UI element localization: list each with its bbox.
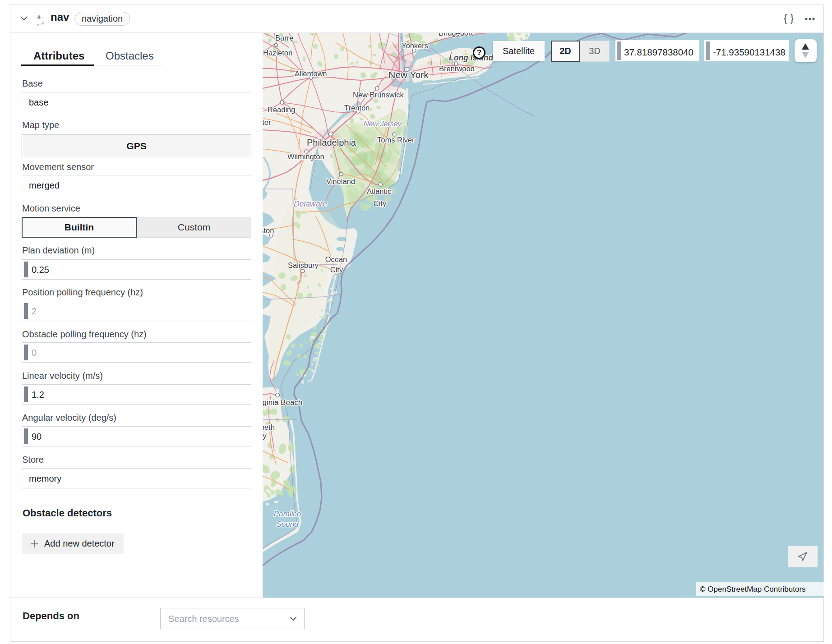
- svg-text:Long Island: Long Island: [449, 53, 494, 62]
- svg-text:Hazleton: Hazleton: [263, 49, 292, 57]
- svg-text:City: City: [374, 199, 387, 207]
- svg-text:Wilmington: Wilmington: [287, 152, 324, 161]
- svg-text:City: City: [330, 266, 343, 274]
- svg-text:Bridgeport: Bridgeport: [439, 33, 473, 37]
- svg-text:Toms River: Toms River: [377, 136, 415, 144]
- svg-text:Yonkers: Yonkers: [402, 41, 428, 50]
- svg-text:Atlantic: Atlantic: [367, 187, 391, 195]
- svg-text:Brentwood: Brentwood: [439, 64, 475, 73]
- svg-text:City: City: [263, 432, 267, 440]
- svg-text:Ocean: Ocean: [325, 255, 347, 263]
- svg-text:New York: New York: [388, 69, 429, 80]
- svg-text:Pamlico: Pamlico: [274, 510, 301, 518]
- svg-text:Allentown: Allentown: [295, 69, 327, 78]
- svg-text:Sound: Sound: [276, 520, 299, 529]
- svg-text:Delaware: Delaware: [294, 199, 327, 208]
- svg-text:Elizabeth: Elizabeth: [263, 423, 275, 431]
- svg-text:Barre: Barre: [275, 34, 293, 42]
- svg-text:Philadelphia: Philadelphia: [307, 138, 356, 147]
- svg-text:New Brunswick: New Brunswick: [353, 91, 404, 99]
- svg-text:Easton: Easton: [263, 226, 274, 235]
- svg-text:Virginia Beach: Virginia Beach: [263, 398, 302, 407]
- svg-text:New Jersey: New Jersey: [364, 120, 402, 128]
- svg-text:Vineland: Vineland: [326, 177, 355, 185]
- svg-text:Trenton: Trenton: [344, 104, 370, 112]
- svg-text:Salisbury: Salisbury: [288, 261, 319, 269]
- svg-text:Reading: Reading: [268, 106, 295, 114]
- svg-text:Lancaster: Lancaster: [263, 118, 271, 126]
